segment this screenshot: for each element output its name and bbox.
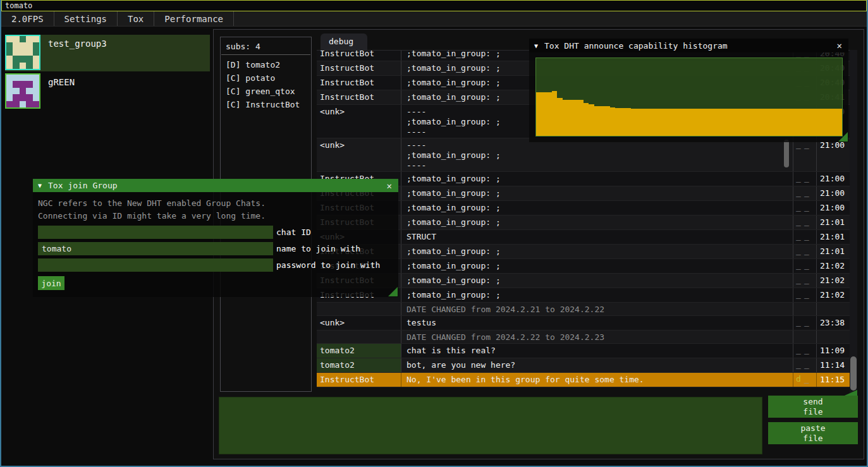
sender-cell <box>317 303 401 315</box>
histogram-bar <box>584 103 589 136</box>
timestamp-cell: 21:02 <box>817 288 850 302</box>
message-cell: No, I've been in this group for quite so… <box>401 373 793 387</box>
message-cell: ;tomato_in_group: ; <box>401 201 793 215</box>
message-log-scrollbar[interactable] <box>850 50 857 400</box>
subs-member[interactable]: [D] tomato2 <box>226 58 306 71</box>
delivery-marks-cell: __ <box>793 186 817 200</box>
window-titlebar[interactable]: tomato <box>1 0 867 11</box>
subs-member[interactable]: [C] InstructBot <box>226 98 306 111</box>
message-row[interactable]: tomato2chat is this real?__11:09 <box>317 344 850 358</box>
message-cell: ;tomato_in_group: ; <box>401 215 793 229</box>
resize-grip[interactable] <box>388 287 398 296</box>
histogram-bar <box>800 109 805 136</box>
join-name-input[interactable] <box>38 242 273 255</box>
message-cell: ;tomato_in_group: ; <box>401 259 793 273</box>
sender-cell: tomato2 <box>317 358 401 372</box>
subs-count: subs: 4 <box>221 37 311 54</box>
sender-cell: InstructBot <box>317 76 401 90</box>
timestamp-cell <box>817 303 850 315</box>
timestamp-cell: 11:15 <box>817 373 850 387</box>
histogram-bar <box>831 109 836 136</box>
timestamp-cell: 21:00 <box>817 201 850 215</box>
timestamp-cell: 11:14 <box>817 358 850 372</box>
message-row[interactable]: <unk>testus__23:38 <box>317 316 850 331</box>
timestamp-cell: 11:09 <box>817 344 850 358</box>
sidebar-group-test_group3[interactable]: test_group3 <box>5 35 210 71</box>
sender-cell: InstructBot <box>317 90 401 104</box>
timestamp-cell: 21:01 <box>817 230 850 244</box>
delivery-marks-cell: __ <box>793 316 817 330</box>
histogram-bar <box>826 109 831 136</box>
join-group-window: ▼ Tox join Group ✕ NGC refers to the New… <box>33 179 398 297</box>
histogram-bar <box>594 106 599 136</box>
message-cell: STRUCT <box>401 230 793 244</box>
window-title: tomato <box>5 1 32 10</box>
timestamp-cell: 21:02 <box>817 274 850 288</box>
subs-member[interactable]: [C] potato <box>226 71 306 85</box>
timestamp-cell: 21:01 <box>817 245 850 258</box>
join-group-titlebar[interactable]: ▼ Tox join Group ✕ <box>33 179 398 192</box>
menu-item-tox[interactable]: Tox <box>118 11 154 26</box>
join-group-title: Tox join Group <box>48 181 386 190</box>
histogram-bar <box>773 109 778 136</box>
tab-debug[interactable]: debug <box>321 33 367 50</box>
close-icon[interactable]: ✕ <box>836 40 843 51</box>
timestamp-cell: 21:00 <box>817 172 850 186</box>
histogram-bar <box>678 109 683 136</box>
sidebar-group-green[interactable]: gREEN <box>5 73 210 110</box>
histogram-bar <box>637 109 642 136</box>
message-cell: ;tomato_in_group: ; <box>401 172 793 186</box>
collapse-arrow-icon[interactable]: ▼ <box>38 182 42 189</box>
collapse-arrow-icon[interactable]: ▼ <box>534 42 538 49</box>
histogram-bar <box>784 109 789 136</box>
send-file-button[interactable]: sendfile <box>768 396 858 418</box>
menu-item-performance[interactable]: Performance <box>154 11 234 26</box>
histogram-bar <box>810 109 816 136</box>
delivery-marks-cell: __ <box>793 344 817 358</box>
histogram-bar <box>668 109 673 136</box>
timestamp-cell: 23:38 <box>817 316 850 330</box>
message-row[interactable]: InstructBotNo, I've been in this group f… <box>317 373 850 387</box>
chat-message-input[interactable] <box>219 397 762 454</box>
histogram-bar <box>673 109 678 136</box>
histogram-bar <box>552 91 557 136</box>
message-cell: ;tomato_in_group: ; <box>401 245 793 258</box>
histogram-bar <box>578 100 584 136</box>
delivery-marks-cell: __ <box>793 215 817 229</box>
timestamp-cell: 21:00 <box>817 138 850 171</box>
histogram-bar <box>642 109 647 136</box>
histogram-bar <box>768 109 773 136</box>
menu-item-settings[interactable]: Settings <box>54 11 118 26</box>
chat-id-input[interactable] <box>38 226 273 239</box>
histogram-bar <box>779 109 784 136</box>
join-group-body: NGC refers to the New DHT enabled Group … <box>33 192 398 297</box>
group-name: test_group3 <box>48 39 107 49</box>
resize-grip[interactable] <box>838 132 848 142</box>
sender-cell: InstructBot <box>317 50 401 61</box>
message-row[interactable]: tomato2bot, are you new here?__11:14 <box>317 358 850 373</box>
message-row[interactable]: <unk>---- ;tomato_in_group: ; ----__21:0… <box>317 138 850 172</box>
histogram-bar <box>589 104 594 136</box>
sender-cell: InstructBot <box>317 373 401 387</box>
dht-histogram-plot <box>535 58 843 136</box>
histogram-bar <box>710 109 715 136</box>
close-icon[interactable]: ✕ <box>386 181 393 191</box>
group-name: gREEN <box>48 77 75 87</box>
scrollbar-thumb[interactable] <box>850 356 857 391</box>
subs-member[interactable]: [C] green_qtox <box>226 85 306 98</box>
histogram-bar <box>816 109 821 136</box>
paste-file-button[interactable]: pastefile <box>768 422 858 444</box>
delivery-marks-cell: __ <box>793 288 817 302</box>
histogram-bar <box>705 109 710 136</box>
histogram-bar <box>547 92 552 136</box>
histogram-bar <box>752 109 757 136</box>
join-password-input[interactable] <box>38 258 273 272</box>
histogram-bar <box>700 109 705 136</box>
join-button[interactable]: join <box>38 276 64 290</box>
sender-cell: tomato2 <box>317 344 401 358</box>
histogram-bar <box>657 109 663 136</box>
message-cell-scrollbar[interactable] <box>784 140 789 167</box>
dht-histogram-titlebar[interactable]: ▼ Tox DHT announce capability histogram … <box>529 39 848 52</box>
date-changed-row[interactable]: DATE CHANGED from 2024.2.22 to 2024.2.23 <box>317 331 850 344</box>
date-changed-row[interactable]: DATE CHANGED from 2024.2.21 to 2024.2.22 <box>317 303 850 316</box>
